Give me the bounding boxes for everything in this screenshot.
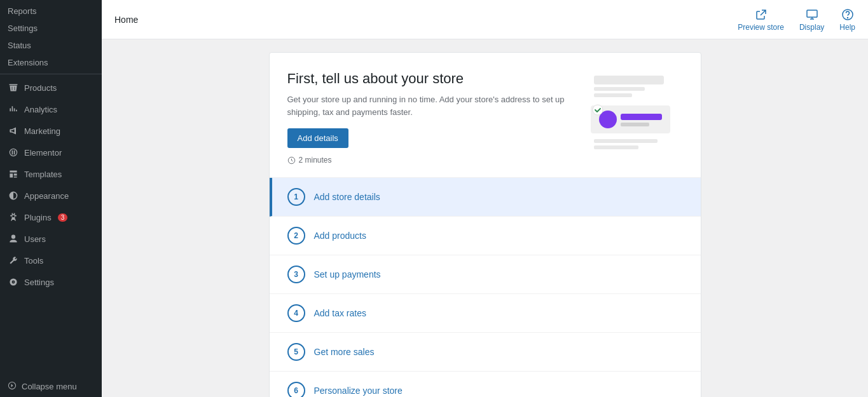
- svg-rect-7: [594, 87, 645, 91]
- steps-list: 1 Add store details 2 Add products 3 Set…: [270, 177, 701, 397]
- step-4-label: Add tax rates: [314, 308, 367, 318]
- display-icon: [805, 8, 819, 22]
- add-details-button[interactable]: Add details: [287, 128, 348, 148]
- megaphone-icon: [8, 125, 19, 137]
- sidebar-item-appearance[interactable]: Appearance: [0, 185, 102, 206]
- main-area: Home Preview store Display: [102, 0, 868, 397]
- card-description: Get your store up and running in no time…: [287, 93, 568, 118]
- step-1-number: 1: [287, 188, 305, 206]
- sidebar-item-products[interactable]: Products: [0, 77, 102, 98]
- time-label: 2 minutes: [299, 156, 332, 165]
- sidebar-item-reports[interactable]: Reports: [0, 3, 102, 20]
- sidebar-elementor-label: Elementor: [24, 148, 62, 158]
- svg-rect-11: [621, 114, 662, 120]
- card-header-text: First, tell us about your store Get your…: [287, 71, 568, 165]
- store-illustration: [581, 71, 680, 153]
- step-3-label: Set up payments: [314, 269, 381, 279]
- collapse-icon: [8, 381, 17, 392]
- card-illustration: [581, 71, 683, 156]
- sidebar-item-plugins[interactable]: Plugins 3: [0, 206, 102, 228]
- sidebar-appearance-label: Appearance: [24, 191, 69, 201]
- sidebar-item-elementor[interactable]: Elementor: [0, 142, 102, 163]
- topbar-actions: Preview store Display: [738, 8, 855, 32]
- collapse-label: Collapse menu: [22, 382, 77, 391]
- svg-rect-12: [621, 123, 649, 126]
- help-button[interactable]: Help: [839, 8, 855, 32]
- step-2[interactable]: 2 Add products: [270, 217, 701, 255]
- step-1-label: Add store details: [314, 192, 380, 202]
- step-2-number: 2: [287, 227, 305, 245]
- sidebar-templates-label: Templates: [24, 170, 62, 179]
- sidebar-top-group: Reports Settings Status Extensions: [0, 0, 102, 71]
- sidebar-item-templates[interactable]: Templates: [0, 163, 102, 185]
- card-title-prefix: First,: [287, 71, 322, 86]
- svg-rect-6: [594, 76, 664, 84]
- sidebar-item-marketing[interactable]: Marketing: [0, 120, 102, 142]
- svg-rect-14: [594, 139, 658, 143]
- topbar: Home Preview store Display: [102, 0, 868, 39]
- sidebar-item-status[interactable]: Status: [0, 37, 102, 54]
- sidebar-marketing-label: Marketing: [24, 126, 60, 136]
- sidebar-analytics-label: Analytics: [24, 105, 57, 114]
- svg-rect-8: [594, 93, 632, 97]
- step-3-number: 3: [287, 266, 305, 283]
- svg-point-13: [593, 105, 603, 115]
- sidebar-divider: [0, 74, 102, 74]
- preview-store-button[interactable]: Preview store: [738, 8, 784, 32]
- collapse-menu-button[interactable]: Collapse menu: [0, 376, 102, 397]
- step-6-number: 6: [287, 382, 305, 397]
- users-icon: [8, 233, 19, 245]
- step-1[interactable]: 1 Add store details: [270, 178, 701, 217]
- sidebar-products-label: Products: [24, 83, 57, 93]
- sidebar-item-analytics[interactable]: Analytics: [0, 98, 102, 120]
- help-label: Help: [839, 23, 855, 32]
- sidebar-item-extensions[interactable]: Extensions: [0, 54, 102, 71]
- display-button[interactable]: Display: [799, 8, 824, 32]
- content-area: First, tell us about your store Get your…: [102, 39, 868, 397]
- sidebar-item-settings[interactable]: Settings: [0, 271, 102, 293]
- svg-rect-2: [807, 10, 817, 17]
- tools-icon: [8, 255, 19, 266]
- chart-icon: [8, 104, 19, 115]
- clock-icon: [287, 156, 296, 165]
- sidebar-plugins-label: Plugins: [24, 213, 52, 222]
- templates-icon: [8, 168, 19, 180]
- sidebar-settings-label: Settings: [24, 278, 54, 287]
- step-2-label: Add products: [314, 231, 367, 241]
- svg-rect-15: [594, 145, 638, 149]
- svg-point-0: [10, 149, 17, 156]
- sidebar-item-tools[interactable]: Tools: [0, 250, 102, 271]
- time-estimate: 2 minutes: [287, 156, 568, 165]
- plugins-badge: 3: [58, 213, 68, 222]
- elementor-icon: [8, 147, 19, 158]
- box-icon: [8, 82, 19, 93]
- step-6[interactable]: 6 Personalize your store: [270, 372, 701, 397]
- step-5-number: 5: [287, 343, 305, 361]
- sidebar-users-label: Users: [24, 234, 46, 244]
- sidebar-item-settings-top[interactable]: Settings: [0, 20, 102, 37]
- help-icon: [841, 8, 855, 22]
- sidebar: Reports Settings Status Extensions Produ…: [0, 0, 102, 397]
- card-header: First, tell us about your store Get your…: [270, 53, 701, 177]
- plugin-icon: [8, 212, 19, 223]
- display-label: Display: [799, 23, 824, 32]
- sidebar-tools-label: Tools: [24, 256, 43, 266]
- breadcrumb: Home: [114, 15, 138, 25]
- preview-store-label: Preview store: [738, 23, 784, 32]
- card-title: First, tell us about your store: [287, 71, 568, 87]
- external-link-icon: [754, 8, 768, 22]
- step-6-label: Personalize your store: [314, 386, 403, 396]
- step-4-number: 4: [287, 304, 305, 322]
- step-3[interactable]: 3 Set up payments: [270, 255, 701, 294]
- settings-icon: [8, 276, 19, 288]
- step-4[interactable]: 4 Add tax rates: [270, 294, 701, 333]
- appearance-icon: [8, 190, 19, 201]
- svg-point-4: [847, 17, 848, 18]
- sidebar-item-users[interactable]: Users: [0, 228, 102, 250]
- step-5-label: Get more sales: [314, 347, 375, 357]
- card-title-highlight: tell us about your store: [322, 71, 464, 86]
- setup-card: First, tell us about your store Get your…: [269, 52, 701, 397]
- step-5[interactable]: 5 Get more sales: [270, 333, 701, 372]
